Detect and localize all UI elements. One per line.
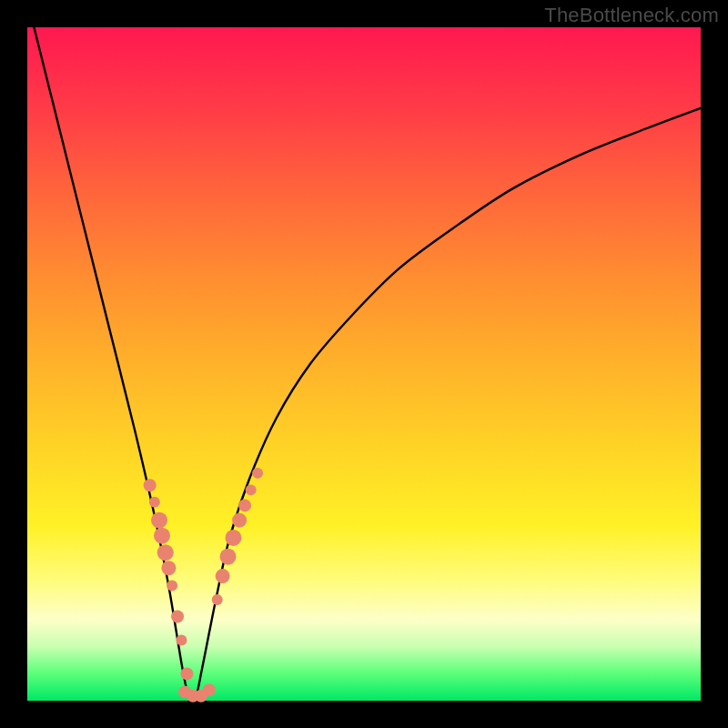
bead-point bbox=[220, 549, 237, 565]
bead-point bbox=[154, 528, 170, 544]
plot-area bbox=[27, 27, 701, 701]
bead-point bbox=[203, 683, 216, 696]
bead-point bbox=[171, 611, 184, 623]
bead-point bbox=[252, 468, 263, 479]
bead-point bbox=[232, 513, 247, 528]
bead-point bbox=[149, 497, 160, 508]
bead-point bbox=[176, 634, 187, 645]
bead-point bbox=[216, 569, 230, 583]
bead-point bbox=[225, 530, 241, 546]
bead-point bbox=[161, 561, 176, 575]
bottleneck-curve bbox=[34, 27, 701, 701]
watermark-text: TheBottleneck.com bbox=[544, 4, 719, 27]
bead-point bbox=[144, 479, 157, 491]
bead-point bbox=[212, 594, 223, 605]
bead-point bbox=[157, 544, 174, 561]
curve-layer bbox=[27, 27, 701, 701]
bead-point bbox=[238, 499, 251, 511]
bead-point bbox=[246, 484, 257, 495]
bead-point bbox=[151, 512, 167, 529]
bead-point bbox=[167, 580, 177, 591]
chart-frame: TheBottleneck.com bbox=[0, 0, 728, 728]
bead-point bbox=[180, 667, 193, 680]
